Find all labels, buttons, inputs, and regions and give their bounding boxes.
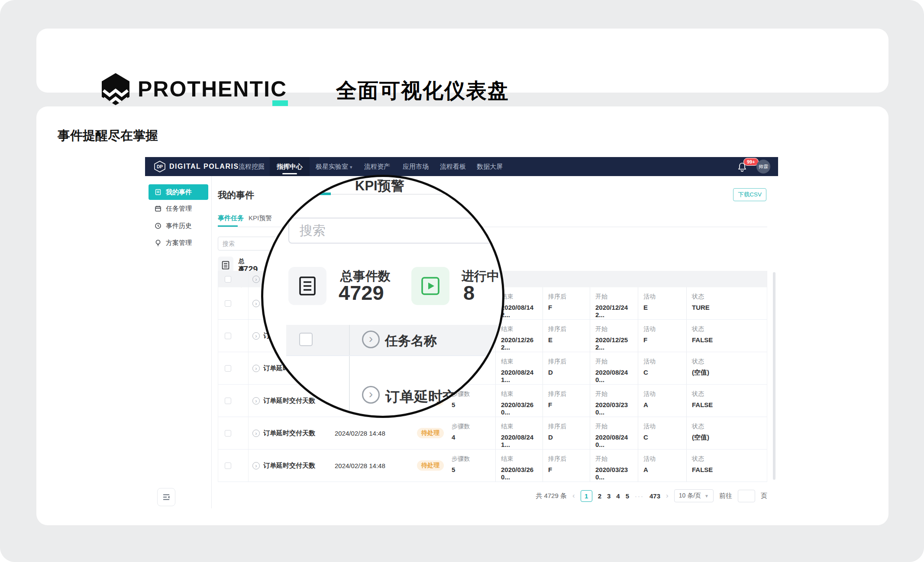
tab-event-tasks[interactable]: 事件任务 (218, 214, 244, 222)
download-csv-button[interactable]: 下载CSV (733, 188, 766, 201)
avatar[interactable]: 帅霖 (756, 160, 770, 173)
nav-item-process-mining[interactable]: 流程挖掘 (239, 157, 265, 176)
page-473[interactable]: 473 (649, 492, 660, 500)
sidebar-item-my-events[interactable]: 我的事件 (149, 184, 208, 200)
expand-row-icon[interactable]: › (252, 300, 260, 307)
cell-label: 排序后 (548, 423, 566, 430)
cell-value: 2020/12/26 2... (501, 336, 543, 351)
sidebar-item-label: 我的事件 (166, 188, 192, 196)
cell-value: 2020/08/24 1... (501, 369, 543, 383)
magnifier-overlay: KPI预警 搜索 总事件数 4729 (261, 175, 504, 418)
cell-value: E (643, 304, 648, 311)
cell-label: 状态 (692, 423, 704, 430)
expand-row-icon[interactable]: › (252, 365, 260, 372)
magnified-tab-kpi-alerts: KPI预警 (355, 177, 404, 195)
expand-row-icon[interactable]: › (252, 430, 260, 437)
caret-down-icon: ▼ (704, 494, 709, 498)
brand-name: PROTHENTIC (138, 77, 287, 102)
row-checkbox[interactable] (225, 462, 231, 469)
expand-row-icon[interactable]: › (252, 462, 260, 469)
cell-label: 活动 (643, 423, 656, 430)
cell-label: 状态 (692, 358, 704, 366)
cell-value: FALSE (692, 336, 713, 344)
table-scrollbar[interactable] (773, 272, 775, 480)
nav-item-app-market[interactable]: 应用市场 (403, 157, 429, 176)
page-4[interactable]: 4 (616, 492, 620, 500)
task-name[interactable]: 订单延时交付天数 (263, 462, 315, 470)
status-badge: 待处理 (417, 428, 444, 438)
cell-value: 2020/03/26 0... (501, 466, 543, 481)
task-name[interactable]: 订单延时交付天数 (263, 429, 315, 437)
dashboard-sidebar: 我的事件 任务管理 事件历史 (145, 176, 212, 508)
cell-label: 活动 (643, 293, 656, 301)
cell-value: 2020/12/24 2... (595, 304, 638, 318)
cell-label: 开始 (595, 423, 607, 430)
magnified-name-column-header: 任务名称 (385, 332, 437, 350)
search-input[interactable] (218, 237, 279, 250)
nav-item-polaris-lab[interactable]: 极星实验室▾ (316, 157, 352, 177)
task-date: 2024/02/28 14:48 (335, 417, 417, 449)
row-checkbox[interactable] (225, 365, 231, 372)
magnified-column-divider (349, 325, 350, 418)
page-title: 我的事件 (218, 189, 254, 201)
cell-value: F (548, 466, 552, 473)
cell-label: 活动 (643, 325, 656, 333)
nav-item-command-center[interactable]: 指挥中心 (270, 157, 310, 176)
page-2[interactable]: 2 (598, 492, 601, 500)
cell-label: 结束 (501, 423, 513, 430)
page-1[interactable]: 1 (581, 490, 592, 502)
row-checkbox[interactable] (225, 398, 231, 404)
cell-value: F (548, 304, 552, 311)
expand-row-icon[interactable]: › (252, 397, 260, 405)
cell-label: 结束 (501, 455, 513, 463)
brand-name-text: PROTHENTIC (138, 77, 287, 101)
nav-item-data-screen[interactable]: 数据大屏 (477, 157, 503, 176)
status-badge: 待处理 (417, 460, 444, 471)
sidebar-item-event-history[interactable]: 事件历史 (145, 218, 212, 234)
prev-page-icon[interactable]: ‹ (572, 491, 575, 500)
select-all-checkbox[interactable] (225, 276, 231, 283)
pagination-total: 共 4729 条 (536, 492, 567, 500)
nav-item-label: 指挥中心 (277, 163, 303, 170)
tab-kpi-alerts[interactable]: KPI预警 (249, 214, 272, 222)
nav-item-process-board[interactable]: 流程看板 (440, 157, 466, 176)
cell-value: 2020/08/24 1... (501, 434, 543, 448)
row-checkbox[interactable] (225, 430, 231, 437)
sidebar-item-label: 任务管理 (166, 205, 192, 213)
sidebar-item-label: 方案管理 (166, 239, 192, 247)
nav-item-label: 极星实验室 (316, 163, 348, 170)
magnified-chevron-right-circle-icon: › (362, 386, 380, 404)
cell-label: 状态 (692, 390, 704, 398)
cell-value: 2020/03/26 0... (501, 401, 543, 416)
expand-row-icon[interactable]: › (252, 332, 260, 340)
document-icon (155, 189, 162, 196)
cell-label: 开始 (595, 293, 607, 301)
page-ellipsis[interactable]: ··· (635, 492, 644, 500)
cell-label: 结束 (501, 358, 513, 366)
task-name[interactable]: 订单延时交付天数 (263, 397, 315, 405)
cell-label: 活动 (643, 358, 656, 366)
row-checkbox[interactable] (225, 333, 231, 339)
cell-label: 开始 (595, 390, 607, 398)
page-size-value: 10 条/页 (679, 492, 701, 500)
dp-logo-icon: DP (154, 161, 166, 173)
page-3[interactable]: 3 (607, 492, 611, 500)
page-5[interactable]: 5 (626, 492, 629, 500)
brand-hexagon-icon (100, 72, 132, 106)
magnified-chevron-right-circle-icon: › (362, 331, 380, 348)
cell-value: E (548, 336, 552, 344)
clock-icon (155, 222, 162, 229)
task-date: 2024/02/28 14:48 (335, 450, 417, 482)
page-size-select[interactable]: 10 条/页▼ (674, 489, 714, 502)
next-page-icon[interactable]: › (666, 491, 669, 500)
table-row: › 订单延时交付天数 2024/02/28 14:48 待处理 步骤数5 结束2… (218, 385, 767, 417)
sidebar-item-task-management[interactable]: 任务管理 (145, 201, 212, 216)
sidebar-collapse-button[interactable] (157, 488, 175, 506)
goto-page-input[interactable] (738, 490, 755, 502)
cell-value: (空值) (692, 369, 709, 377)
nav-item-process-assets[interactable]: 流程资产 (364, 157, 390, 176)
cell-label: 活动 (643, 390, 656, 398)
cell-label: 排序后 (548, 455, 566, 463)
row-checkbox[interactable] (225, 300, 231, 307)
sidebar-item-plan-management[interactable]: 方案管理 (145, 235, 212, 250)
